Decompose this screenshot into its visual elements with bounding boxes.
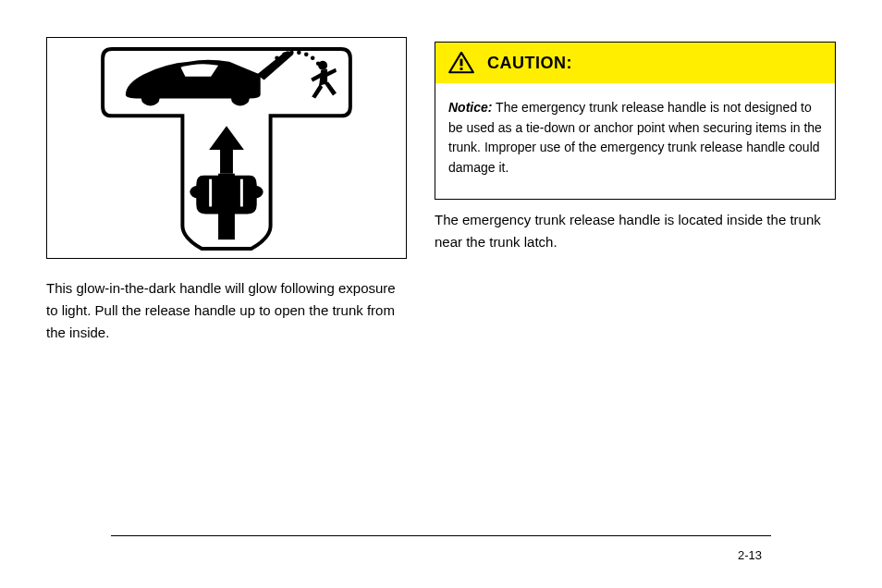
warning-triangle-icon: [448, 52, 474, 74]
svg-rect-12: [209, 179, 212, 207]
caution-title: CAUTION:: [487, 54, 572, 73]
caution-body-text: The emergency trunk release handle is no…: [448, 100, 822, 175]
additional-text: The emergency trunk release handle is lo…: [435, 209, 836, 253]
svg-point-10: [190, 186, 206, 199]
caution-header: CAUTION:: [435, 43, 835, 83]
caution-box: CAUTION: Notice: The emergency trunk rel…: [435, 42, 836, 200]
svg-point-5: [297, 51, 301, 55]
svg-point-9: [318, 61, 327, 70]
svg-point-7: [311, 56, 315, 61]
svg-point-2: [275, 56, 279, 61]
svg-point-1: [231, 92, 250, 106]
instruction-text: This glow-in-the-dark handle will glow f…: [46, 277, 407, 344]
svg-rect-17: [460, 67, 463, 70]
page-number: 2-13: [738, 548, 762, 562]
svg-point-11: [247, 186, 263, 199]
svg-rect-13: [240, 179, 243, 207]
caution-body: Notice: The emergency trunk release hand…: [435, 83, 835, 199]
svg-point-0: [141, 92, 160, 106]
svg-rect-16: [460, 59, 463, 67]
svg-point-3: [282, 53, 287, 57]
svg-rect-15: [218, 174, 235, 179]
page-rule: [111, 535, 771, 536]
svg-point-4: [289, 51, 294, 55]
notice-label: Notice:: [448, 100, 492, 115]
trunk-release-illustration: [46, 37, 407, 259]
svg-point-6: [304, 53, 309, 57]
svg-rect-14: [218, 212, 235, 239]
